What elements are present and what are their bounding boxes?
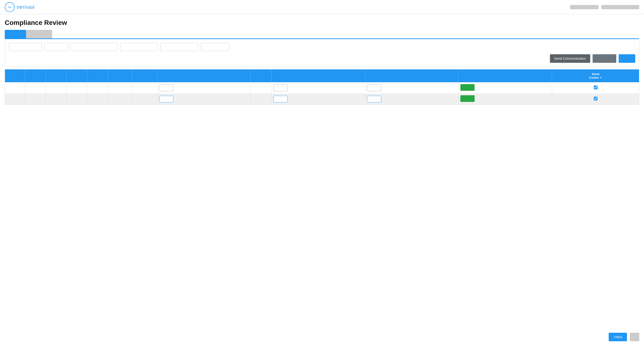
row2-col6: .	[108, 93, 132, 104]
row2-colon: :	[134, 98, 135, 101]
row2-col7: :	[132, 93, 157, 104]
row1-input-1[interactable]	[159, 84, 174, 91]
col-header-1	[5, 70, 25, 82]
row2-input-3[interactable]	[367, 96, 381, 102]
row2-col9	[251, 93, 271, 104]
row2-send-comm	[552, 93, 639, 104]
col-header-8	[157, 70, 251, 82]
row1-col1	[5, 82, 25, 93]
row1-send-comm	[552, 82, 639, 93]
header: tm verivax	[0, 0, 644, 14]
main-content: Compliance Review Send Communication	[0, 14, 644, 110]
row1-col11	[365, 82, 458, 93]
logo: tm verivax	[5, 2, 35, 12]
row1-col9	[251, 82, 271, 93]
row2-col12	[458, 93, 552, 104]
row2-action-button[interactable]	[460, 95, 474, 102]
row2-col4	[66, 93, 87, 104]
col-header-6	[108, 70, 132, 82]
row1-col2	[25, 82, 46, 93]
row1-col10	[271, 82, 365, 93]
filter-input-1[interactable]	[9, 43, 42, 51]
data-table: SendComm ✓	[5, 69, 639, 105]
filter-input-5[interactable]	[160, 43, 198, 51]
row1-col3	[46, 82, 66, 93]
row2-col5	[87, 93, 108, 104]
row1-input-3[interactable]	[367, 84, 381, 91]
tab-2[interactable]	[26, 30, 52, 38]
row2-input-1[interactable]	[159, 96, 174, 102]
tabs	[5, 30, 639, 38]
row2-col1	[5, 93, 25, 104]
row2-input-2[interactable]	[274, 96, 288, 102]
nav-item-2[interactable]	[601, 5, 639, 9]
send-communication-button[interactable]: Send Communication	[550, 54, 590, 63]
col-header-2	[25, 70, 46, 82]
col-header-5	[87, 70, 108, 82]
row2-col3	[46, 93, 66, 104]
col-header-3	[46, 70, 66, 82]
table-header-row: SendComm ✓	[5, 70, 639, 82]
tab-1[interactable]	[5, 30, 26, 38]
filter-input-3[interactable]	[70, 43, 118, 51]
page-title: Compliance Review	[5, 19, 639, 26]
table-row	[5, 82, 639, 93]
row1-col12	[458, 82, 552, 93]
filter-input-6[interactable]	[201, 43, 229, 51]
secondary-action-button[interactable]	[592, 54, 616, 63]
row1-action-button[interactable]	[460, 84, 474, 91]
row2-col10	[271, 93, 365, 104]
row2-dot: .	[110, 98, 110, 101]
col-header-4	[66, 70, 87, 82]
row1-col4	[66, 82, 87, 93]
logo-icon: tm	[5, 2, 15, 12]
col-header-10	[271, 70, 365, 82]
header-nav	[570, 5, 639, 9]
col-header-11	[365, 70, 458, 82]
row2-send-comm-checkbox[interactable]	[594, 97, 598, 100]
row1-col7	[132, 82, 157, 93]
col-header-send-comm: SendComm ✓	[552, 70, 639, 82]
row1-send-comm-checkbox[interactable]	[594, 86, 598, 89]
row1-input-2[interactable]	[274, 84, 288, 91]
filter-row	[9, 43, 635, 51]
row2-col11	[365, 93, 458, 104]
col-header-9	[251, 70, 271, 82]
brand-name: verivax	[16, 4, 35, 10]
row1-col6	[108, 82, 132, 93]
col-header-7	[132, 70, 157, 82]
row1-col8	[157, 82, 251, 93]
filter-area: Send Communication	[5, 38, 639, 67]
row2-col8	[157, 93, 251, 104]
row2-col2	[25, 93, 46, 104]
primary-action-button[interactable]	[619, 54, 635, 63]
filter-actions: Send Communication	[9, 54, 635, 63]
table-row: . :	[5, 93, 639, 104]
col-header-12	[458, 70, 552, 82]
filter-input-4[interactable]	[120, 43, 158, 51]
filter-input-2[interactable]	[44, 43, 68, 51]
row1-col5	[87, 82, 108, 93]
tm-label: tm	[8, 6, 11, 8]
nav-item-1[interactable]	[570, 5, 598, 9]
